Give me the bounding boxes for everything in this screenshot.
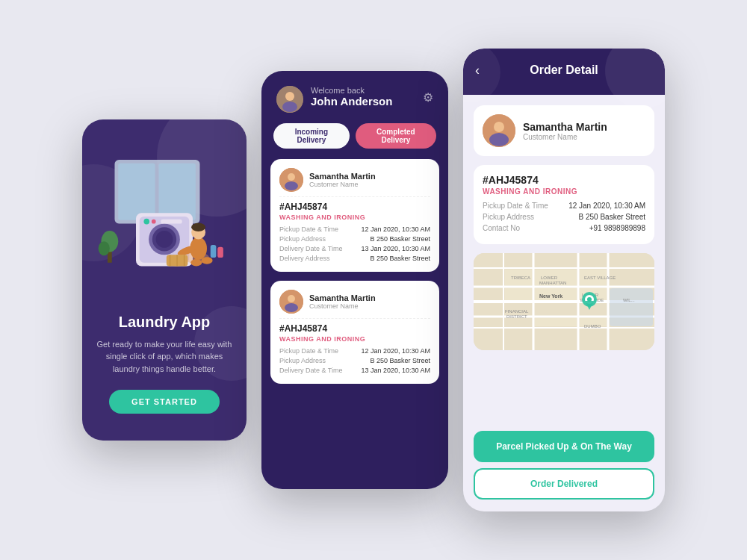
svg-rect-26 [211,245,217,258]
svg-point-9 [152,220,156,224]
svg-point-36 [285,303,298,312]
order-header-2: Samantha Martin Customer Name [279,290,430,319]
svg-rect-1 [118,164,155,220]
info-pickup-date: Pickup Date & Time 12 Jan 2020, 10:30 AM [483,202,645,210]
order-type-1: WASHING AND IRONING [279,214,430,221]
order-info-type: WASHING AND IRONING [483,187,645,196]
delivery-date-value-1: 13 Jan 2020, 10:30 AM [361,245,430,252]
order-detail-header: ‹ Order Detail [463,49,665,95]
pickup-date-label-2: Pickup Date & Time [279,347,338,355]
pickup-addr-value-2: B 250 Basker Street [370,357,430,364]
header-text: Welcome back John Anderson [311,86,423,108]
customer-avatar-2 [279,290,303,314]
svg-rect-2 [158,164,195,220]
order-detail-footer: Parcel Picked Up & On The Way Order Deli… [463,423,665,511]
pickup-date-row-1: Pickup Date & Time 12 Jan 2020, 10:30 AM [279,225,430,233]
orders-list: Samantha Martin Customer Name #AHJ45874 … [261,159,448,489]
svg-text:DISTRICT: DISTRICT [506,314,527,319]
back-button[interactable]: ‹ [475,63,480,78]
customer-info-1: Samantha Martin Customer Name [309,172,376,188]
order-info-card: #AHJ45874 WASHING AND IRONING Pickup Dat… [474,165,654,244]
order-detail-body: Samantha Martin Customer Name #AHJ45874 … [463,95,665,423]
screen1-content: Laundry App Get ready to make your life … [82,314,247,414]
order-header-1: Samantha Martin Customer Name [279,168,430,197]
customer-info-card: Samantha Martin Customer Name [474,105,654,156]
app-subtitle: Get ready to make your life easy with si… [82,338,247,376]
order-id-1: #AHJ45874 [279,202,430,212]
user-avatar [276,86,303,113]
delivery-date-row-2: Delivery Date & Time 13 Jan 2020, 10:30 … [279,367,430,374]
svg-text:WIL...: WIL... [623,298,635,302]
customer-detail-name: Samantha Martin [523,121,607,133]
screen-delivery-list: Welcome back John Anderson ⚙ Incoming De… [261,71,448,489]
customer-detail: Samantha Martin Customer Name [523,121,607,141]
svg-text:DUMBO: DUMBO [584,324,601,329]
info-pickup-addr-label: Pickup Address [483,213,534,221]
delivery-tabs: Incoming Delivery Completed Delivery [261,123,448,159]
info-pickup-addr-value: B 250 Basker Street [579,213,646,221]
svg-point-33 [285,181,298,190]
get-started-button[interactable]: GET STARTED [109,390,220,414]
screen-laundry-intro: Laundry App Get ready to make your life … [82,119,247,441]
pickup-addr-row-2: Pickup Address B 250 Basker Street [279,357,430,364]
customer-name-1: Samantha Martin [309,172,376,181]
svg-point-7 [156,231,173,248]
customer-info-2: Samantha Martin Customer Name [309,293,376,310]
pickup-addr-label-2: Pickup Address [279,357,326,364]
svg-rect-27 [217,247,223,258]
svg-rect-10 [161,220,182,224]
order-card-1[interactable]: Samantha Martin Customer Name #AHJ45874 … [270,159,439,272]
svg-point-14 [191,223,205,231]
svg-point-30 [282,102,297,112]
delivery-addr-value-1: B 250 Basker Street [370,255,430,262]
delivery-addr-label-1: Delivery Address [279,255,330,262]
customer-label-2: Customer Name [309,302,376,310]
info-pickup-date-value: 12 Jan 2020, 10:30 AM [568,202,645,210]
svg-point-38 [494,122,504,132]
delivery-date-label-2: Delivery Date & Time [279,367,343,374]
pickup-date-value-2: 12 Jan 2020, 10:30 AM [361,347,430,355]
screen2-header: Welcome back John Anderson ⚙ [261,71,448,123]
order-type-2: WASHING AND IRONING [279,335,430,343]
order-delivered-button[interactable]: Order Delivered [474,468,654,500]
customer-avatar-large [483,114,515,147]
svg-rect-58 [610,288,653,326]
svg-rect-52 [505,288,532,300]
svg-point-17 [201,257,212,264]
svg-point-35 [288,295,295,302]
svg-text:EAST VILLAGE: EAST VILLAGE [584,276,616,280]
tab-incoming[interactable]: Incoming Delivery [273,123,350,149]
svg-point-25 [99,241,110,255]
customer-label-1: Customer Name [309,181,376,188]
svg-rect-56 [535,318,577,326]
delivery-date-row-1: Delivery Date & Time 13 Jan 2020, 10:30 … [279,245,430,252]
customer-avatar-1 [279,168,303,192]
welcome-text: Welcome back [311,86,423,95]
laundry-illustration [90,134,239,299]
order-card-2[interactable]: Samantha Martin Customer Name #AHJ45874 … [270,281,439,384]
pickup-date-value-1: 12 Jan 2020, 10:30 AM [361,225,430,233]
info-contact-value: +91 9898989898 [589,224,645,232]
order-info-id: #AHJ45874 [483,174,645,186]
delivery-date-value-2: 13 Jan 2020, 10:30 AM [361,367,430,374]
svg-text:LOWER: LOWER [541,276,558,280]
svg-text:New York: New York [539,293,562,299]
tab-completed[interactable]: Completed Delivery [356,123,436,149]
order-detail-title: Order Detail [530,63,598,77]
settings-icon[interactable]: ⚙ [423,90,433,105]
delivery-date-label-1: Delivery Date & Time [279,245,343,252]
info-pickup-addr: Pickup Address B 250 Basker Street [483,213,645,221]
info-contact: Contact No +91 9898989898 [483,224,645,232]
app-title: Laundry App [119,314,211,331]
map-view: TRIBECA LOWER MANHATTAN EAST VILLAGE New… [474,253,654,350]
pickup-date-label-1: Pickup Date & Time [279,225,338,233]
order-id-2: #AHJ45874 [279,323,430,334]
customer-name-2: Samantha Martin [309,293,376,302]
info-pickup-date-label: Pickup Date & Time [483,202,548,210]
pickup-addr-row-1: Pickup Address B 250 Basker Street [279,235,430,243]
parcel-picked-up-button[interactable]: Parcel Picked Up & On The Way [474,431,654,462]
delivery-addr-row-1: Delivery Address B 250 Basker Street [279,255,430,262]
pickup-date-row-2: Pickup Date & Time 12 Jan 2020, 10:30 AM [279,347,430,355]
svg-point-16 [190,259,202,267]
screen-order-detail: ‹ Order Detail Samantha Martin Customer … [463,49,665,511]
